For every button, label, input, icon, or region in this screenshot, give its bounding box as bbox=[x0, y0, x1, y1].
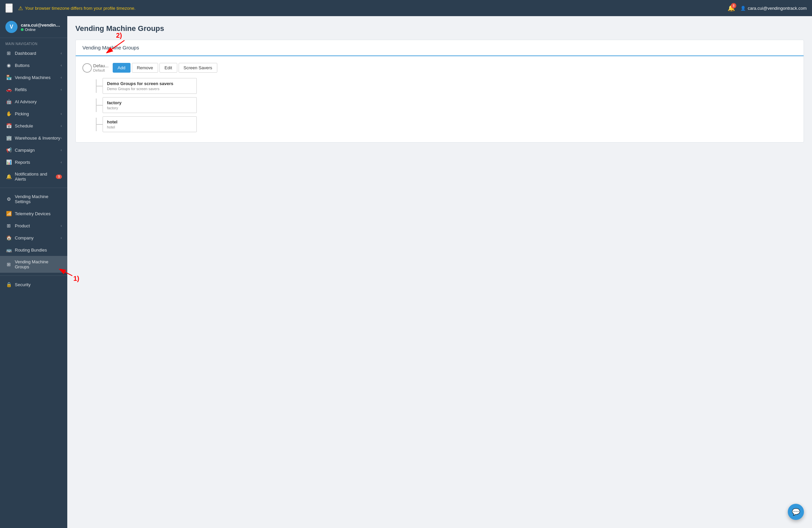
sidebar-item-label: Company bbox=[15, 235, 60, 240]
chevron-icon: ‹ bbox=[60, 124, 62, 128]
sidebar-item-vending-machines[interactable]: 🏪 Vending Machines ‹ bbox=[0, 71, 67, 84]
sidebar-item-vm-settings[interactable]: ⚙ Vending Machine Settings bbox=[0, 191, 67, 207]
tree-node-name: hotel bbox=[107, 119, 192, 124]
nav-section-label: MAIN NAVIGATION bbox=[0, 38, 67, 47]
chevron-icon: ‹ bbox=[60, 75, 62, 79]
add-button[interactable]: Add bbox=[113, 63, 131, 73]
sidebar-item-buttons[interactable]: ◉ Buttons ‹ bbox=[0, 59, 67, 71]
routing-icon: 🚌 bbox=[5, 247, 12, 252]
tree-node-hotel[interactable]: hotel hotel bbox=[103, 116, 197, 132]
chevron-icon: ‹ bbox=[60, 148, 62, 152]
sidebar-item-reports[interactable]: 📊 Reports ‹ bbox=[0, 156, 67, 168]
chat-icon: 💬 bbox=[792, 508, 800, 516]
timezone-warning: ⚠ Your browser timezone differs from you… bbox=[18, 5, 135, 12]
sidebar-item-label: Security bbox=[15, 282, 62, 287]
chevron-icon: ‹ bbox=[60, 136, 62, 140]
sidebar-item-label: Schedule bbox=[15, 123, 60, 129]
security-icon: 🔒 bbox=[5, 282, 12, 287]
buttons-icon: ◉ bbox=[5, 62, 12, 68]
chevron-icon: ‹ bbox=[60, 236, 62, 240]
tree-node-demo-groups[interactable]: Demo Groups for screen savers Demo Group… bbox=[103, 78, 197, 94]
schedule-icon: 📅 bbox=[5, 123, 12, 129]
user-icon: 👤 bbox=[740, 6, 746, 11]
picking-icon: ✋ bbox=[5, 111, 12, 116]
user-email-text: cara.cui@vendingontrack.com bbox=[748, 6, 807, 11]
sidebar-divider-2 bbox=[0, 276, 67, 276]
tree-node-desc: hotel bbox=[107, 125, 192, 129]
top-header: ☰ ⚠ Your browser timezone differs from y… bbox=[0, 0, 812, 16]
reports-icon: 📊 bbox=[5, 159, 12, 165]
sidebar-item-label: Picking bbox=[15, 111, 60, 116]
main-layout: V cara.cui@vendingontrac... Online MAIN … bbox=[0, 16, 812, 528]
tree-node-desc: Demo Groups for screen savers bbox=[107, 87, 192, 91]
sidebar-brand: V cara.cui@vendingontrac... Online bbox=[0, 16, 67, 38]
chat-fab-button[interactable]: 💬 bbox=[788, 504, 804, 520]
sidebar-item-routing[interactable]: 🚌 Routing Bundles bbox=[0, 244, 67, 256]
warehouse-icon: 🏢 bbox=[5, 135, 12, 141]
sidebar-item-label: Telemetry Devices bbox=[15, 211, 62, 216]
sidebar-item-ai-advisory[interactable]: 🤖 AI Advisory bbox=[0, 96, 67, 108]
edit-button[interactable]: Edit bbox=[159, 63, 177, 73]
warning-text: Your browser timezone differs from your … bbox=[25, 6, 135, 11]
screen-savers-button[interactable]: Screen Savers bbox=[179, 63, 217, 73]
product-icon: ⊞ bbox=[5, 223, 12, 228]
refills-icon: 🚗 bbox=[5, 87, 12, 92]
remove-button[interactable]: Remove bbox=[132, 63, 158, 73]
vm-groups-icon: ⊞ bbox=[5, 262, 12, 267]
sidebar-item-warehouse[interactable]: 🏢 Warehouse & Inventory ‹ bbox=[0, 132, 67, 144]
brand-icon: V bbox=[5, 21, 17, 33]
notifications-icon: 🔔 bbox=[5, 174, 12, 179]
toolbar: Defau... Default Add Remove Edit Screen … bbox=[83, 63, 797, 73]
sidebar-item-product[interactable]: ⊞ Product ‹ bbox=[0, 220, 67, 232]
tree-children: Demo Groups for screen savers Demo Group… bbox=[96, 78, 797, 132]
sidebar-item-refills[interactable]: 🚗 Refills ‹ bbox=[0, 84, 67, 96]
hamburger-button[interactable]: ☰ bbox=[5, 3, 13, 13]
sidebar-item-schedule[interactable]: 📅 Schedule ‹ bbox=[0, 120, 67, 132]
main-content: Vending Machine Groups Vending Machine G… bbox=[67, 16, 812, 528]
chevron-icon: ‹ bbox=[60, 87, 62, 91]
sidebar-item-label: Reports bbox=[15, 160, 60, 165]
telemetry-icon: 📶 bbox=[5, 211, 12, 216]
brand-info: cara.cui@vendingontrac... Online bbox=[21, 23, 62, 32]
sidebar-item-label: Refills bbox=[15, 87, 60, 92]
content-card-header: Vending Machine Groups bbox=[76, 40, 803, 56]
tree-node-name: Demo Groups for screen savers bbox=[107, 81, 192, 86]
bell-badge: 8 bbox=[731, 3, 736, 9]
tree-item-factory: factory factory bbox=[96, 97, 797, 113]
tree-root-circle[interactable] bbox=[83, 63, 92, 73]
status-text: Online bbox=[25, 28, 36, 32]
sidebar-item-telemetry[interactable]: 📶 Telemetry Devices bbox=[0, 207, 67, 220]
sidebar-item-security[interactable]: 🔒 Security bbox=[0, 278, 67, 291]
notification-badge: 9 bbox=[56, 175, 62, 179]
sidebar-item-label: Notifications and Alerts bbox=[15, 172, 56, 181]
sidebar-item-dashboard[interactable]: ⊞ Dashboard ‹ bbox=[0, 47, 67, 59]
chevron-icon: ‹ bbox=[60, 63, 62, 67]
sidebar: V cara.cui@vendingontrac... Online MAIN … bbox=[0, 16, 67, 528]
chevron-icon: ‹ bbox=[60, 51, 62, 55]
brand-status: Online bbox=[21, 28, 62, 32]
warning-icon: ⚠ bbox=[18, 5, 23, 12]
sidebar-item-label: Campaign bbox=[15, 148, 60, 153]
vending-machines-icon: 🏪 bbox=[5, 75, 12, 80]
content-card: Vending Machine Groups Defau... Default … bbox=[75, 40, 804, 143]
sidebar-item-picking[interactable]: ✋ Picking ‹ bbox=[0, 108, 67, 120]
sidebar-item-label: Dashboard bbox=[15, 51, 60, 56]
sidebar-item-notifications[interactable]: 🔔 Notifications and Alerts 9 bbox=[0, 168, 67, 185]
sidebar-item-company[interactable]: 🏠 Company ‹ bbox=[0, 232, 67, 244]
notifications-bell-button[interactable]: 🔔 8 bbox=[728, 4, 735, 12]
tree-node-desc: factory bbox=[107, 106, 192, 110]
card-header-title: Vending Machine Groups bbox=[83, 45, 139, 50]
sidebar-item-label: Buttons bbox=[15, 63, 60, 68]
horizontal-connector bbox=[97, 105, 103, 106]
sidebar-item-label: Vending Machine Groups bbox=[15, 259, 62, 269]
sidebar-item-label: Vending Machine Settings bbox=[15, 194, 62, 204]
campaign-icon: 📢 bbox=[5, 147, 12, 153]
sidebar-item-campaign[interactable]: 📢 Campaign ‹ bbox=[0, 144, 67, 156]
tree-node-name: factory bbox=[107, 100, 192, 105]
chevron-icon: ‹ bbox=[60, 224, 62, 228]
tree-root-sublabel: Default bbox=[93, 68, 108, 72]
tree-node-factory[interactable]: factory factory bbox=[103, 97, 197, 113]
company-icon: 🏠 bbox=[5, 235, 12, 240]
tree-item-demo-groups: Demo Groups for screen savers Demo Group… bbox=[96, 78, 797, 94]
sidebar-item-vm-groups[interactable]: ⊞ Vending Machine Groups bbox=[0, 256, 67, 273]
